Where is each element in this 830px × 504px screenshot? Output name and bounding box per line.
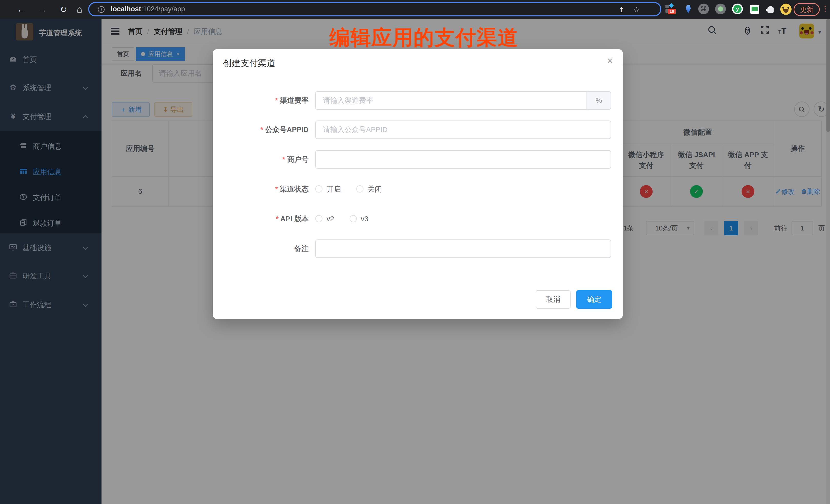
extension-dot-icon[interactable] (715, 4, 727, 15)
reload-icon[interactable]: ↻ (57, 0, 70, 19)
dialog-close-icon[interactable]: × (607, 55, 613, 66)
screen: ← → ↻ ⌂ i localhost:1024/pay/app ↥ ☆ ◆ 1… (0, 0, 830, 504)
create-pay-channel-dialog: 创建支付渠道 × 渠道费率 % 公众号APPID 商户号 渠道状态 开启关闭 (213, 49, 623, 319)
address-bar[interactable]: i localhost:1024/pay/app ↥ ☆ (88, 2, 661, 17)
field-label: 渠道状态 (213, 184, 309, 194)
cancel-button[interactable]: 取消 (536, 290, 571, 309)
confirm-button[interactable]: 确定 (576, 290, 612, 309)
field-label: 渠道费率 (213, 91, 309, 110)
home-icon[interactable]: ⌂ (73, 0, 86, 19)
extension-chat-icon[interactable] (749, 4, 760, 15)
forward-icon[interactable]: → (36, 0, 49, 19)
browser-toolbar: ← → ↻ ⌂ i localhost:1024/pay/app ↥ ☆ ◆ 1… (0, 0, 830, 19)
extension-y-icon[interactable]: y (732, 4, 743, 15)
url-text[interactable]: localhost:1024/pay/app (111, 5, 185, 13)
annotation-text: 编辑应用的支付渠道 (314, 24, 534, 52)
mp-appid-input[interactable] (315, 121, 611, 139)
back-icon[interactable]: ← (15, 0, 27, 19)
radio-status-open[interactable] (315, 185, 322, 192)
field-label: 商户号 (213, 150, 309, 169)
url-host: localhost (111, 5, 141, 13)
dialog-title: 创建支付渠道 (223, 57, 275, 69)
bookmark-star-icon[interactable]: ☆ (633, 5, 640, 14)
chrome-update-button[interactable]: 更新 (794, 3, 820, 16)
field-label: 公众号APPID (213, 121, 309, 139)
app-page: 芋道管理系统 首页 ⚙ 系统管理 ¥ 支付管理 (0, 19, 830, 504)
remark-input[interactable] (315, 240, 611, 258)
browser-menu-icon[interactable]: ⋮ (821, 4, 829, 13)
radio-api-v3[interactable] (350, 215, 357, 222)
share-icon[interactable]: ↥ (618, 6, 625, 14)
extension-balloon-icon[interactable] (683, 4, 694, 15)
radio-api-v2[interactable] (315, 215, 322, 222)
radio-status-closed[interactable] (356, 185, 363, 192)
profile-emoji-avatar[interactable] (780, 4, 792, 15)
extension-badge: 10 (668, 9, 676, 14)
field-label: 备注 (213, 240, 309, 258)
url-path: :1024/pay/app (141, 5, 185, 13)
merchant-no-input[interactable] (315, 150, 611, 169)
field-label: API 版本 (213, 214, 309, 224)
page-info-icon[interactable]: i (98, 6, 104, 13)
extension-command-icon[interactable]: ⌘ (698, 4, 709, 15)
extensions-puzzle-icon[interactable] (765, 4, 776, 15)
extension-diamond-icon[interactable]: ◆ 10 (665, 4, 677, 15)
channel-rate-input[interactable] (315, 91, 587, 110)
percent-suffix: % (587, 91, 611, 110)
